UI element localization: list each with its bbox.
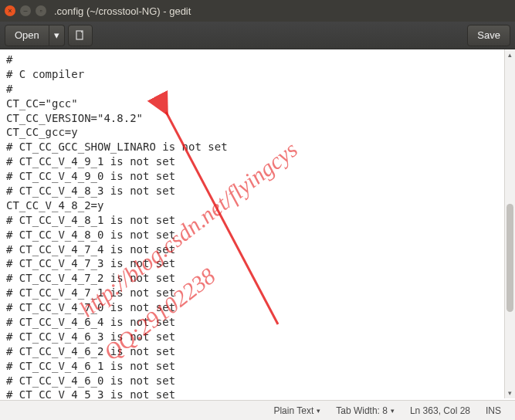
window-title: .config (~/crosstool-NG) - gedit <box>54 5 191 17</box>
chevron-down-icon: ▾ <box>54 29 59 41</box>
statusbar: Plain Text Tab Width: 8 Ln 363, Col 28 I… <box>0 400 515 420</box>
editor-line: # CT_CC_GCC_SHOW_LINARO is not set <box>6 140 509 154</box>
editor-line: # C compiler <box>6 67 509 82</box>
new-document-icon <box>75 30 86 41</box>
open-dropdown-button[interactable]: ▾ <box>49 25 65 46</box>
window-controls: × – ▫ <box>5 5 46 16</box>
editor-line: # CT_CC_V_4_6_4 is not set <box>6 315 509 330</box>
tab-width-label: Tab Width: 8 <box>336 405 388 416</box>
insert-mode[interactable]: INS <box>478 405 509 416</box>
editor-line: CT_CC_gcc=y <box>6 125 509 140</box>
syntax-mode-label: Plain Text <box>273 405 313 416</box>
save-button-label: Save <box>477 29 500 41</box>
editor-line: # CT_CC_V_4_8_0 is not set <box>6 228 509 242</box>
new-document-button[interactable] <box>68 25 93 46</box>
minimize-icon[interactable]: – <box>20 5 31 16</box>
editor-line: CT_CC="gcc" <box>6 97 509 111</box>
open-button-group: Open ▾ <box>5 25 65 46</box>
vertical-scrollbar[interactable]: ▴ ▾ <box>504 49 515 398</box>
cursor-position: Ln 363, Col 28 <box>402 405 478 416</box>
editor-line: # CT_CC_V_4_6_1 is not set <box>6 359 509 374</box>
editor-line: # <box>6 82 509 97</box>
tab-width-selector[interactable]: Tab Width: 8 <box>328 405 402 416</box>
editor-line: # CT_CC_V_4_8_1 is not set <box>6 213 509 228</box>
editor-line: # CT_CC_V_4_6_3 is not set <box>6 330 509 344</box>
open-button[interactable]: Open <box>5 25 49 46</box>
editor-line: # CT_CC_V_4_8_3 is not set <box>6 184 509 198</box>
insert-mode-label: INS <box>486 405 501 416</box>
scroll-up-icon[interactable]: ▴ <box>505 49 515 60</box>
editor-line: CT_CC_V_4_8_2=y <box>6 198 509 213</box>
editor-line: # CT_CC_V_4_7_0 is not set <box>6 300 509 315</box>
syntax-mode-selector[interactable]: Plain Text <box>266 405 328 416</box>
editor-line: # CT_CC_V_4_7_4 is not set <box>6 242 509 257</box>
close-icon[interactable]: × <box>5 5 15 16</box>
editor-line: # CT_CC_V_4_6_0 is not set <box>6 374 509 388</box>
maximize-icon[interactable]: ▫ <box>36 5 46 16</box>
toolbar: Open ▾ Save <box>0 22 515 49</box>
editor-text-area[interactable]: ## C compiler#CT_CC="gcc"CT_CC_VERSION="… <box>0 49 515 400</box>
editor-line: # <box>6 52 509 67</box>
cursor-position-label: Ln 363, Col 28 <box>410 405 470 416</box>
editor-line: # CT_CC_V_4_7_1 is not set <box>6 286 509 300</box>
editor-line: # CT_CC_V_4_9_1 is not set <box>6 154 509 169</box>
editor-line: # CT_CC_V_4_6_2 is not set <box>6 344 509 359</box>
editor-line: # CT_CC_V_4_7_2 is not set <box>6 271 509 286</box>
editor-line: # CT_CC_V_4_9_0 is not set <box>6 169 509 184</box>
open-button-label: Open <box>15 29 39 41</box>
window-titlebar: × – ▫ .config (~/crosstool-NG) - gedit <box>0 0 515 22</box>
editor-line: # CT_CC_V_4_7_3 is not set <box>6 256 509 271</box>
editor-line: # CT_CC_V_4_5_3 is not set <box>6 388 509 400</box>
scrollbar-thumb[interactable] <box>507 204 513 312</box>
save-button[interactable]: Save <box>467 25 510 46</box>
editor-line: CT_CC_VERSION="4.8.2" <box>6 111 509 126</box>
scroll-down-icon[interactable]: ▾ <box>505 388 515 398</box>
